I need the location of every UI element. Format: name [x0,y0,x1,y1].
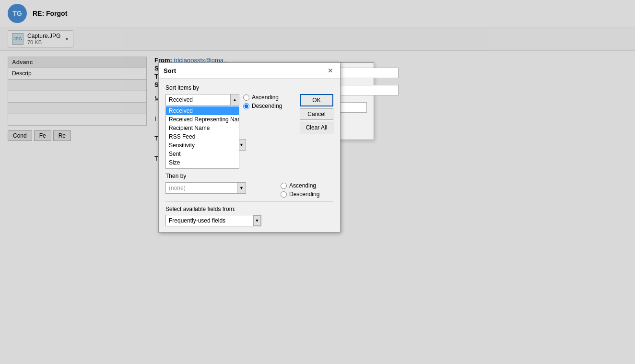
sort-by-ascending-radio[interactable]: Ascending [243,94,296,101]
dropdown-item-sensitivity[interactable]: Sensitivity [166,141,239,150]
clear-all-button[interactable]: Clear All [300,122,333,133]
sort-by-radio-col: Ascending Descending [243,94,296,109]
sort-by-ascending-input[interactable] [243,94,249,101]
then-by-row: (none) ▼ Ascending Descending [165,182,333,198]
section-divider [165,201,333,202]
sort-by-descending-radio[interactable]: Descending [243,103,296,109]
sort-by-descending-label: Descending [252,103,282,109]
dropdown-item-sent[interactable]: Sent [166,150,239,158]
select-fields-row: Frequently-used fields ▼ [165,215,333,226]
dropdown-item-received[interactable]: Received [166,106,239,115]
then-by-ascending-label: Ascending [289,182,316,189]
ok-button[interactable]: OK [300,94,333,106]
sort-by-descending-input[interactable] [243,103,249,109]
then-by-dropdown-arrow[interactable]: ▼ [237,183,246,193]
then-by-value: (none) [166,183,237,193]
then-by-ascending-radio[interactable]: Ascending [281,182,333,189]
sort-items-by-row: Received ▲ Received Received Representin… [165,94,333,133]
cancel-button[interactable]: Cancel [300,108,333,120]
sort-items-by-label: Sort items by [165,84,333,91]
dropdown-item-size[interactable]: Size [166,158,239,167]
sort-dialog-body: Sort items by Received ▲ Received Receiv… [159,79,340,232]
dropdown-item-received-representing-name[interactable]: Received Representing Name [166,115,239,124]
then-by-select-col: (none) ▼ [165,182,277,194]
dropdown-item-start-date[interactable]: Start Date [166,167,239,169]
dropdown-item-recipient-name[interactable]: Recipient Name [166,124,239,132]
dropdown-item-rss-feed[interactable]: RSS Feed [166,132,239,141]
sort-dialog-buttons: OK Cancel Clear All [300,94,333,133]
sort-by-value: Received [166,95,230,105]
then-by-descending-radio[interactable]: Descending [281,191,333,198]
then-by-descending-input[interactable] [281,191,287,198]
sort-dialog-title: Sort [164,67,176,74]
sort-dialog: Sort ✕ Sort items by Received ▲ Received… [158,62,341,233]
sort-dialog-close-button[interactable]: ✕ [326,66,335,75]
select-fields-value: Frequently-used fields [166,216,253,225]
then-by-radio-col: Ascending Descending [281,182,333,198]
sort-by-select-col: Received ▲ Received Received Representin… [165,94,239,106]
select-fields-label: Select available fields from: [165,206,333,212]
sort-by-dropdown-arrow[interactable]: ▲ [230,94,239,105]
sort-by-dropdown-list[interactable]: Received Received Representing Name Reci… [165,106,239,169]
select-fields-dropdown-arrow[interactable]: ▼ [253,215,261,226]
sort-dialog-titlebar: Sort ✕ [159,63,340,79]
then-by-descending-label: Descending [289,191,319,198]
then-by-ascending-input[interactable] [281,183,287,189]
then-by-label: Then by [165,173,333,179]
sort-by-ascending-label: Ascending [252,94,279,101]
